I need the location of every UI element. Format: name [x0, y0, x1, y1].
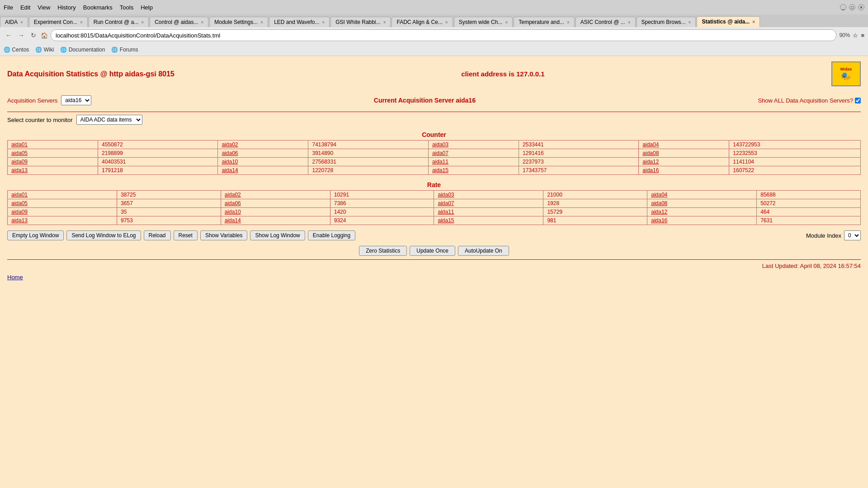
counter-name-cell[interactable]: aida10	[218, 158, 308, 166]
rate-name-cell[interactable]: aida14	[221, 216, 330, 225]
show-all-checkbox[interactable]	[855, 98, 861, 103]
counter-name-cell[interactable]: aida09	[8, 158, 98, 166]
reload-page-button[interactable]: Reload	[144, 230, 171, 240]
menu-file[interactable]: File	[4, 4, 13, 11]
menu-bookmarks[interactable]: Bookmarks	[83, 4, 113, 11]
update-once-button[interactable]: Update Once	[410, 246, 455, 256]
tab-statistics[interactable]: Statistics @ aida... ×	[697, 16, 760, 27]
tab-experiment[interactable]: Experiment Con... ×	[29, 17, 88, 27]
tab-system[interactable]: System wide Ch... ×	[454, 17, 513, 27]
counter-name-cell[interactable]: aida07	[428, 149, 519, 158]
empty-log-button[interactable]: Empty Log Window	[7, 230, 64, 240]
rate-name-cell[interactable]: aida11	[434, 208, 543, 216]
logo: Midas 🎭	[831, 61, 861, 86]
counter-name-cell[interactable]: aida14	[218, 166, 308, 175]
counter-name-cell[interactable]: aida05	[8, 149, 98, 158]
rate-name-cell[interactable]: aida12	[647, 208, 757, 216]
rate-name-cell[interactable]: aida15	[434, 216, 543, 225]
auto-update-button[interactable]: AutoUpdate On	[458, 246, 509, 256]
rate-name-cell[interactable]: aida01	[8, 191, 117, 199]
counter-name-cell[interactable]: aida04	[639, 141, 729, 149]
reset-button[interactable]: Reset	[174, 230, 198, 240]
menu-history[interactable]: History	[57, 4, 75, 11]
tab-close-spectrum[interactable]: ×	[689, 20, 691, 25]
page-content: Data Acquisition Statistics @ http aidas…	[0, 56, 868, 445]
tab-close-led[interactable]: ×	[322, 20, 325, 25]
tab-close-control[interactable]: ×	[201, 20, 203, 25]
menu-view[interactable]: View	[38, 4, 50, 11]
rate-name-cell[interactable]: aida09	[8, 208, 117, 216]
rate-name-cell[interactable]: aida06	[221, 199, 330, 208]
bookmark-documentation[interactable]: 🌐 Documentation	[60, 47, 105, 53]
send-log-button[interactable]: Send Log Window to ELog	[66, 230, 141, 240]
enable-logging-button[interactable]: Enable Logging	[308, 230, 355, 240]
show-variables-button[interactable]: Show Variables	[200, 230, 248, 240]
counter-name-cell[interactable]: aida13	[8, 166, 98, 175]
rate-name-cell[interactable]: aida10	[221, 208, 330, 216]
rate-name-cell[interactable]: aida13	[8, 216, 117, 225]
tab-close-gsi[interactable]: ×	[383, 20, 386, 25]
tab-close-module[interactable]: ×	[260, 20, 263, 25]
show-log-window-button[interactable]: Show Log Window	[250, 230, 305, 240]
rate-value-cell: 35	[117, 208, 221, 216]
bookmark-forums[interactable]: 🌐 Forums	[111, 47, 138, 53]
counter-name-cell[interactable]: aida12	[639, 158, 729, 166]
tab-close-experiment[interactable]: ×	[80, 20, 83, 25]
bookmark-centos[interactable]: 🌐 Centos	[4, 47, 29, 53]
tab-led[interactable]: LED and Wavefo... ×	[269, 17, 330, 27]
rate-name-cell[interactable]: aida03	[434, 191, 543, 199]
home-link[interactable]: Home	[7, 274, 23, 281]
menu-icon[interactable]: ≡	[861, 32, 864, 39]
show-all-servers[interactable]: Show ALL Data Acquisition Servers?	[758, 97, 861, 104]
tab-close-temp[interactable]: ×	[567, 20, 570, 25]
counter-name-cell[interactable]: aida01	[8, 141, 98, 149]
counter-name-cell[interactable]: aida15	[428, 166, 519, 175]
tab-aida[interactable]: AIDA ×	[0, 17, 28, 27]
menu-edit[interactable]: Edit	[20, 4, 30, 11]
table-row: aida053657aida067386aida071928aida085027…	[8, 199, 861, 208]
tab-close-run[interactable]: ×	[141, 20, 144, 25]
counter-name-cell[interactable]: aida06	[218, 149, 308, 158]
url-input[interactable]	[51, 29, 836, 41]
tab-module[interactable]: Module Settings... ×	[209, 17, 268, 27]
reload-button[interactable]: ↻	[29, 31, 38, 40]
tab-close-system[interactable]: ×	[505, 20, 508, 25]
tab-close-aida[interactable]: ×	[20, 20, 23, 25]
counter-name-cell[interactable]: aida02	[218, 141, 308, 149]
module-index-select[interactable]: 0	[844, 230, 861, 240]
tab-run-control[interactable]: Run Control @ a... ×	[89, 17, 149, 27]
rate-name-cell[interactable]: aida04	[647, 191, 757, 199]
rate-name-cell[interactable]: aida02	[221, 191, 330, 199]
counter-name-cell[interactable]: aida08	[639, 149, 729, 158]
tab-asic[interactable]: ASIC Control @ ... ×	[576, 17, 636, 27]
minimize-button[interactable]: _	[840, 4, 846, 10]
back-button[interactable]: ←	[4, 31, 14, 40]
rate-name-cell[interactable]: aida05	[8, 199, 117, 208]
counter-select[interactable]: AIDA ADC data items	[76, 115, 142, 125]
tab-close-asic[interactable]: ×	[628, 20, 631, 25]
tab-close-statistics[interactable]: ×	[752, 19, 755, 24]
acquisition-server-select[interactable]: aida16	[61, 95, 91, 105]
menu-tools[interactable]: Tools	[120, 4, 133, 11]
counter-name-cell[interactable]: aida03	[428, 141, 519, 149]
bookmark-star-icon[interactable]: ☆	[853, 32, 858, 39]
tab-close-fadc[interactable]: ×	[445, 20, 448, 25]
rate-name-cell[interactable]: aida08	[647, 199, 757, 208]
rate-name-cell[interactable]: aida16	[647, 216, 757, 225]
menu-help[interactable]: Help	[141, 4, 153, 11]
tab-label: Control @ aidas...	[155, 19, 198, 25]
maximize-button[interactable]: □	[849, 4, 855, 10]
zero-statistics-button[interactable]: Zero Statistics	[359, 246, 407, 256]
forward-button[interactable]: →	[16, 31, 26, 40]
rate-name-cell[interactable]: aida07	[434, 199, 543, 208]
bookmark-wiki[interactable]: 🌐 Wiki	[35, 47, 54, 53]
tab-temperature[interactable]: Temperature and... ×	[514, 17, 575, 27]
tab-fadc[interactable]: FADC Align & Ce... ×	[392, 17, 453, 27]
tab-gsi[interactable]: GSI White Rabbi... ×	[330, 17, 391, 27]
tab-spectrum[interactable]: Spectrum Brows... ×	[637, 17, 696, 27]
tab-control[interactable]: Control @ aidas... ×	[150, 17, 208, 27]
close-button[interactable]: ×	[858, 4, 864, 10]
table-row: aida0940403531aida1027568331aida11223797…	[8, 158, 861, 166]
counter-name-cell[interactable]: aida16	[639, 166, 729, 175]
counter-name-cell[interactable]: aida11	[428, 158, 519, 166]
